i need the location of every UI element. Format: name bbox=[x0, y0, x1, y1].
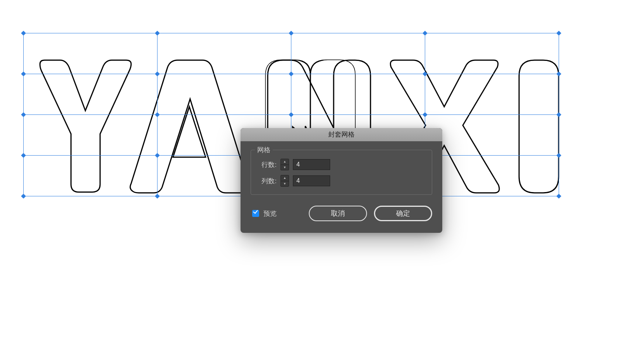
mesh-anchor[interactable] bbox=[21, 112, 26, 117]
dialog-title: 封套网格 bbox=[241, 128, 442, 141]
mesh-anchor[interactable] bbox=[155, 194, 160, 199]
mesh-anchor[interactable] bbox=[155, 112, 160, 117]
mesh-anchor[interactable] bbox=[556, 31, 561, 36]
mesh-anchor[interactable] bbox=[21, 71, 26, 76]
group-label: 网格 bbox=[255, 146, 273, 154]
mesh-options-group: 网格 行数: ▲ ▼ 列数: ▲ ▼ bbox=[251, 150, 432, 195]
mesh-anchor[interactable] bbox=[289, 71, 294, 76]
mesh-anchor[interactable] bbox=[21, 194, 26, 199]
rows-stepper[interactable]: ▲ ▼ bbox=[280, 159, 289, 170]
rows-field: 行数: ▲ ▼ bbox=[258, 159, 425, 170]
cols-field: 列数: ▲ ▼ bbox=[258, 175, 425, 187]
cancel-button[interactable]: 取消 bbox=[309, 206, 367, 221]
preview-checkbox-input[interactable] bbox=[252, 210, 259, 217]
mesh-anchor[interactable] bbox=[155, 71, 160, 76]
rows-step-up-icon[interactable]: ▲ bbox=[281, 159, 289, 165]
mesh-anchor[interactable] bbox=[422, 31, 428, 36]
cols-step-down-icon[interactable]: ▼ bbox=[281, 181, 289, 186]
ok-button[interactable]: 确定 bbox=[374, 206, 432, 221]
mesh-anchor[interactable] bbox=[556, 194, 561, 199]
cols-step-up-icon[interactable]: ▲ bbox=[281, 175, 289, 181]
mesh-anchor[interactable] bbox=[21, 153, 26, 158]
mesh-anchor[interactable] bbox=[556, 112, 561, 117]
mesh-anchor[interactable] bbox=[155, 153, 160, 158]
mesh-anchor[interactable] bbox=[556, 71, 561, 76]
mesh-anchor[interactable] bbox=[556, 153, 561, 158]
cols-label: 列数: bbox=[258, 177, 277, 185]
mesh-anchor[interactable] bbox=[155, 31, 160, 36]
preview-checkbox[interactable]: 预览 bbox=[251, 209, 277, 218]
cols-stepper[interactable]: ▲ ▼ bbox=[280, 175, 289, 187]
mesh-anchor[interactable] bbox=[289, 31, 294, 36]
rows-input[interactable] bbox=[293, 159, 330, 170]
mesh-anchor[interactable] bbox=[422, 112, 428, 117]
envelope-mesh-dialog: 封套网格 网格 行数: ▲ ▼ 列数: ▲ ▼ bbox=[241, 128, 442, 233]
rows-label: 行数: bbox=[258, 160, 277, 169]
cols-input[interactable] bbox=[293, 175, 330, 186]
rows-step-down-icon[interactable]: ▼ bbox=[281, 165, 289, 170]
preview-label: 预览 bbox=[263, 209, 277, 218]
mesh-anchor[interactable] bbox=[21, 31, 26, 36]
mesh-anchor[interactable] bbox=[422, 71, 428, 76]
illustrator-canvas[interactable]: 封套网格 网格 行数: ▲ ▼ 列数: ▲ ▼ bbox=[0, 0, 644, 357]
mesh-anchor[interactable] bbox=[289, 112, 294, 117]
